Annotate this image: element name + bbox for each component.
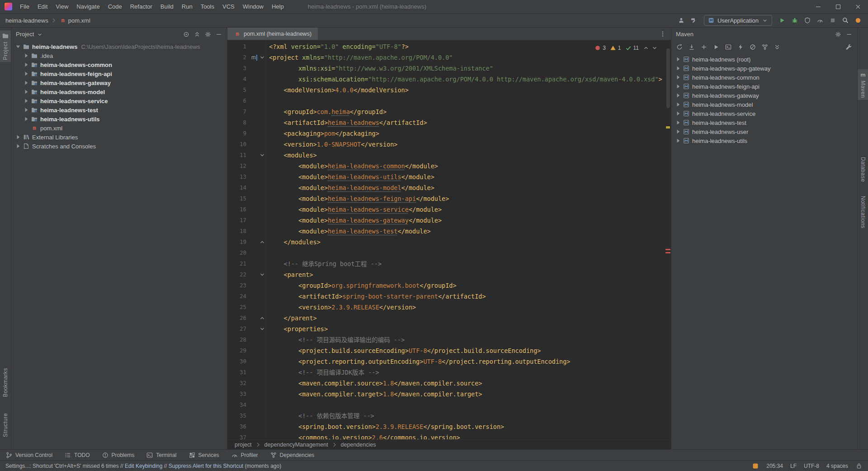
fold-marker-icon[interactable] bbox=[258, 237, 266, 247]
maven-item-heima-leadnews-common[interactable]: heima-leadnews-common bbox=[671, 73, 857, 82]
code-line[interactable]: 3 xmlns:xsi="http://www.w3.org/2001/XMLS… bbox=[227, 63, 671, 74]
expand-arrow-icon[interactable] bbox=[674, 101, 682, 108]
maven-item-heima-leadnews-gateway[interactable]: heima-leadnews-gateway bbox=[671, 91, 857, 100]
menu-run[interactable]: Run bbox=[178, 0, 197, 14]
code-line[interactable]: 14 <module>heima-leadnews-model</module> bbox=[227, 182, 671, 193]
expand-arrow-icon[interactable] bbox=[674, 56, 682, 63]
code-line[interactable]: 29 <project.build.sourceEncoding>UTF-8</… bbox=[227, 345, 671, 356]
code-with-me-button[interactable] bbox=[676, 15, 687, 26]
code-line[interactable]: 34 bbox=[227, 400, 671, 410]
caret-position[interactable]: 205:34 bbox=[766, 463, 783, 469]
project-item-heima-leadnews-service[interactable]: heima-leadnews-service bbox=[11, 96, 227, 105]
code-line[interactable]: 22 <parent> bbox=[227, 269, 671, 280]
expand-arrow-icon[interactable] bbox=[22, 61, 30, 68]
expand-arrow-icon[interactable] bbox=[22, 106, 30, 114]
nav-crumb-pom-xml[interactable]: mpom.xml bbox=[58, 17, 91, 24]
code-line[interactable]: 17 <module>heima-leadnews-gateway</modul… bbox=[227, 215, 671, 226]
search-everywhere-button[interactable] bbox=[840, 15, 851, 26]
toolwindow-stripe-maven[interactable]: mMaven bbox=[858, 69, 868, 100]
code-line[interactable]: 37 <commons.io.version>2.6</commons.io.v… bbox=[227, 432, 671, 439]
settings-button[interactable] bbox=[833, 29, 844, 40]
expand-arrow-icon[interactable] bbox=[14, 133, 22, 141]
expand-arrow-icon[interactable] bbox=[674, 92, 682, 99]
hide-button[interactable] bbox=[213, 29, 224, 40]
expand-all-button[interactable] bbox=[772, 42, 783, 52]
file-encoding[interactable]: UTF-8 bbox=[804, 463, 819, 469]
expand-arrow-icon[interactable] bbox=[674, 119, 682, 126]
code-line[interactable]: 9 <packaging>pom</packaging> bbox=[227, 128, 671, 139]
maven-item-heima-leadnews-service[interactable]: heima-leadnews-service bbox=[671, 109, 857, 118]
stripe-error-mark[interactable] bbox=[665, 252, 670, 253]
inspections-widget[interactable]: 3 1 11 bbox=[594, 43, 658, 53]
xml-breadcrumb-project[interactable]: project bbox=[234, 442, 253, 448]
menu-window[interactable]: Window bbox=[239, 0, 268, 14]
maven-item-heima-leadnews-test[interactable]: heima-leadnews-test bbox=[671, 118, 857, 127]
project-item-idea[interactable]: .idea bbox=[11, 51, 227, 60]
code-line[interactable]: 28 <!-- 项目源码及编译输出的编码 --> bbox=[227, 334, 671, 345]
toolwindow-services[interactable]: Services bbox=[189, 452, 219, 459]
suppress-alert-link[interactable]: Suppress Alert for this Shortcut bbox=[169, 463, 243, 469]
menu-edit[interactable]: Edit bbox=[33, 0, 52, 14]
project-panel-title[interactable]: Project bbox=[16, 31, 34, 38]
chevron-down-icon[interactable] bbox=[36, 31, 43, 38]
code-line[interactable]: 23 <groupId>org.springframework.boot</gr… bbox=[227, 280, 671, 291]
project-item-pom-xml[interactable]: mpom.xml bbox=[11, 124, 227, 133]
minimize-button[interactable] bbox=[808, 0, 828, 14]
toolwindow-profiler[interactable]: Profiler bbox=[231, 452, 258, 459]
maven-settings-button[interactable] bbox=[844, 42, 854, 52]
expand-arrow-icon[interactable] bbox=[22, 79, 30, 86]
code-line[interactable]: 24 <artifactId>spring-boot-starter-paren… bbox=[227, 291, 671, 302]
expand-arrow-icon[interactable] bbox=[674, 65, 682, 72]
maximize-button[interactable] bbox=[828, 0, 848, 14]
editor-scrollbar[interactable] bbox=[666, 48, 670, 108]
settings-button[interactable] bbox=[203, 29, 213, 40]
code-line[interactable]: 26 </parent> bbox=[227, 313, 671, 324]
toolwindow-stripe-project[interactable]: Project bbox=[0, 30, 11, 62]
fold-marker-icon[interactable] bbox=[258, 269, 266, 280]
select-opened-file-button[interactable] bbox=[181, 29, 192, 40]
maven-item-heima-leadnews-model[interactable]: heima-leadnews-model bbox=[671, 100, 857, 109]
tab-options-button[interactable] bbox=[657, 29, 668, 39]
code-line[interactable]: 2m<project xmlns="http://maven.apache.or… bbox=[227, 52, 671, 63]
menu-code[interactable]: Code bbox=[104, 0, 126, 14]
expand-arrow-icon[interactable] bbox=[674, 83, 682, 90]
run-configuration-select[interactable]: UserApplication bbox=[704, 15, 772, 26]
run-maven-build-button[interactable] bbox=[711, 42, 722, 52]
toolwindow-stripe-database[interactable]: Database bbox=[858, 155, 868, 184]
project-item-heima-leadnews-utils[interactable]: heima-leadnews-utils bbox=[11, 114, 227, 124]
expand-arrow-icon[interactable] bbox=[22, 52, 30, 59]
expand-arrow-icon[interactable] bbox=[22, 88, 30, 95]
stripe-warning-mark[interactable] bbox=[666, 126, 670, 128]
project-item-heima-leadnews-gateway[interactable]: heima-leadnews-gateway bbox=[11, 78, 227, 87]
expand-arrow-icon[interactable] bbox=[674, 74, 682, 81]
toolwindow-version-control[interactable]: Version Control bbox=[5, 452, 52, 459]
expand-arrow-icon[interactable] bbox=[674, 128, 682, 135]
code-editor[interactable]: 1<?xml version="1.0" encoding="UTF-8"?>2… bbox=[227, 40, 671, 439]
toolwindow-stripe-bookmarks[interactable]: Bookmarks bbox=[0, 366, 11, 399]
code-line[interactable]: 16 <module>heima-leadnews-service</modul… bbox=[227, 204, 671, 215]
toolwindow-dependencies[interactable]: Dependencies bbox=[270, 452, 315, 459]
editor-tab-pom-xml[interactable]: m pom.xml (heima-leadnews) bbox=[227, 28, 318, 40]
code-line[interactable]: 11 <modules> bbox=[227, 150, 671, 161]
code-line[interactable]: 6 bbox=[227, 95, 671, 106]
line-separator[interactable]: LF bbox=[790, 463, 797, 469]
show-dependencies-button[interactable] bbox=[760, 42, 770, 52]
code-line[interactable]: 10 <version>1.0-SNAPSHOT</version> bbox=[227, 139, 671, 150]
fold-marker-icon[interactable] bbox=[258, 52, 266, 63]
download-sources-button[interactable] bbox=[686, 42, 697, 52]
expand-arrow-icon[interactable] bbox=[22, 115, 30, 123]
code-line[interactable]: 4 xsi:schemaLocation="http://maven.apach… bbox=[227, 74, 671, 85]
menu-help[interactable]: Help bbox=[268, 0, 288, 14]
readonly-lock-icon[interactable] bbox=[855, 462, 863, 470]
menu-navigate[interactable]: Navigate bbox=[72, 0, 104, 14]
toolwindow-stripe-structure[interactable]: Structure bbox=[0, 411, 11, 439]
execute-maven-goal-button[interactable] bbox=[723, 42, 734, 52]
toolwindow-stripe-notifications[interactable]: Notifications bbox=[858, 194, 868, 230]
xml-breadcrumb-dependencies[interactable]: dependencies bbox=[340, 442, 377, 448]
code-line[interactable]: 20 bbox=[227, 247, 671, 258]
code-line[interactable]: 13 <module>heima-leadnews-utils</module> bbox=[227, 171, 671, 182]
debug-button[interactable] bbox=[789, 15, 800, 26]
project-item-scratches-and-consoles[interactable]: Scratches and Consoles bbox=[11, 142, 227, 151]
expand-arrow-icon[interactable] bbox=[674, 137, 682, 144]
project-item-heima-leadnews-feign-api[interactable]: heima-leadnews-feign-api bbox=[11, 69, 227, 78]
